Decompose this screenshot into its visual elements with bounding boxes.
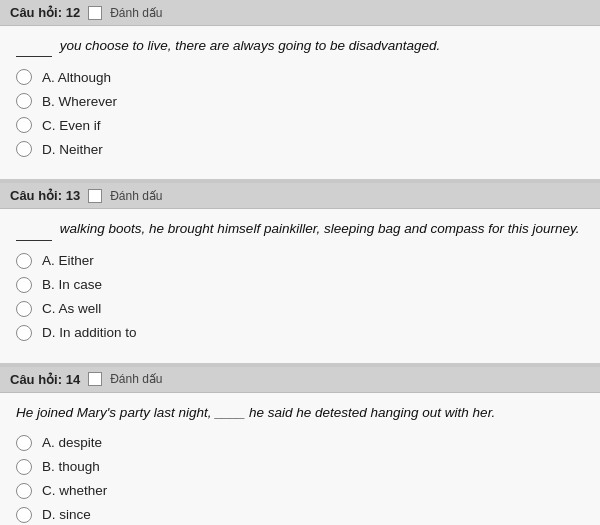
option-label-12a: A. Although xyxy=(42,70,111,85)
option-label-13c: C. As well xyxy=(42,301,101,316)
bookmark-label-13: Đánh dấu xyxy=(110,189,162,203)
bookmark-checkbox-12[interactable] xyxy=(88,6,102,20)
option-13c[interactable]: C. As well xyxy=(16,301,584,317)
option-12b[interactable]: B. Wherever xyxy=(16,93,584,109)
radio-14d[interactable] xyxy=(16,507,32,523)
question-text-12: you choose to live, there are always goi… xyxy=(16,36,584,57)
bookmark-label-12: Đánh dấu xyxy=(110,6,162,20)
question-body-14: He joined Mary's party last night, ____ … xyxy=(0,393,600,526)
option-13a[interactable]: A. Either xyxy=(16,253,584,269)
option-label-12c: C. Even if xyxy=(42,118,101,133)
option-14c[interactable]: C. whether xyxy=(16,483,584,499)
option-label-13d: D. In addition to xyxy=(42,325,137,340)
radio-13d[interactable] xyxy=(16,325,32,341)
bookmark-checkbox-13[interactable] xyxy=(88,189,102,203)
option-label-12d: D. Neither xyxy=(42,142,103,157)
option-14d[interactable]: D. since xyxy=(16,507,584,523)
option-13b[interactable]: B. In case xyxy=(16,277,584,293)
radio-12b[interactable] xyxy=(16,93,32,109)
radio-12c[interactable] xyxy=(16,117,32,133)
bookmark-checkbox-14[interactable] xyxy=(88,372,102,386)
option-14a[interactable]: A. despite xyxy=(16,435,584,451)
option-label-14d: D. since xyxy=(42,507,91,522)
option-12a[interactable]: A. Although xyxy=(16,69,584,85)
radio-13c[interactable] xyxy=(16,301,32,317)
option-label-13a: A. Either xyxy=(42,253,94,268)
radio-14a[interactable] xyxy=(16,435,32,451)
option-14b[interactable]: B. though xyxy=(16,459,584,475)
option-13d[interactable]: D. In addition to xyxy=(16,325,584,341)
option-12c[interactable]: C. Even if xyxy=(16,117,584,133)
question-header-13: Câu hỏi: 13 Đánh dấu xyxy=(0,183,600,209)
option-label-14a: A. despite xyxy=(42,435,102,450)
blank-13 xyxy=(16,219,52,240)
option-label-13b: B. In case xyxy=(42,277,102,292)
question-body-13: walking boots, he brought himself painki… xyxy=(0,209,600,362)
question-header-14: Câu hỏi: 14 Đánh dấu xyxy=(0,367,600,393)
question-block-13: Câu hỏi: 13 Đánh dấu walking boots, he b… xyxy=(0,183,600,362)
options-list-13: A. Either B. In case C. As well D. In ad… xyxy=(16,253,584,341)
question-number-13: Câu hỏi: 13 xyxy=(10,188,80,203)
blank-12 xyxy=(16,36,52,57)
question-body-12: you choose to live, there are always goi… xyxy=(0,26,600,179)
radio-13a[interactable] xyxy=(16,253,32,269)
question-header-12: Câu hỏi: 12 Đánh dấu xyxy=(0,0,600,26)
radio-13b[interactable] xyxy=(16,277,32,293)
option-12d[interactable]: D. Neither xyxy=(16,141,584,157)
option-label-14b: B. though xyxy=(42,459,100,474)
radio-14c[interactable] xyxy=(16,483,32,499)
bookmark-label-14: Đánh dấu xyxy=(110,372,162,386)
radio-12d[interactable] xyxy=(16,141,32,157)
options-list-12: A. Although B. Wherever C. Even if D. Ne… xyxy=(16,69,584,157)
question-text-13: walking boots, he brought himself painki… xyxy=(16,219,584,240)
question-number-12: Câu hỏi: 12 xyxy=(10,5,80,20)
option-label-12b: B. Wherever xyxy=(42,94,117,109)
question-number-14: Câu hỏi: 14 xyxy=(10,372,80,387)
options-list-14: A. despite B. though C. whether D. since xyxy=(16,435,584,523)
radio-14b[interactable] xyxy=(16,459,32,475)
question-text-14: He joined Mary's party last night, ____ … xyxy=(16,403,584,423)
question-block-12: Câu hỏi: 12 Đánh dấu you choose to live,… xyxy=(0,0,600,179)
radio-12a[interactable] xyxy=(16,69,32,85)
option-label-14c: C. whether xyxy=(42,483,107,498)
question-block-14: Câu hỏi: 14 Đánh dấu He joined Mary's pa… xyxy=(0,367,600,526)
